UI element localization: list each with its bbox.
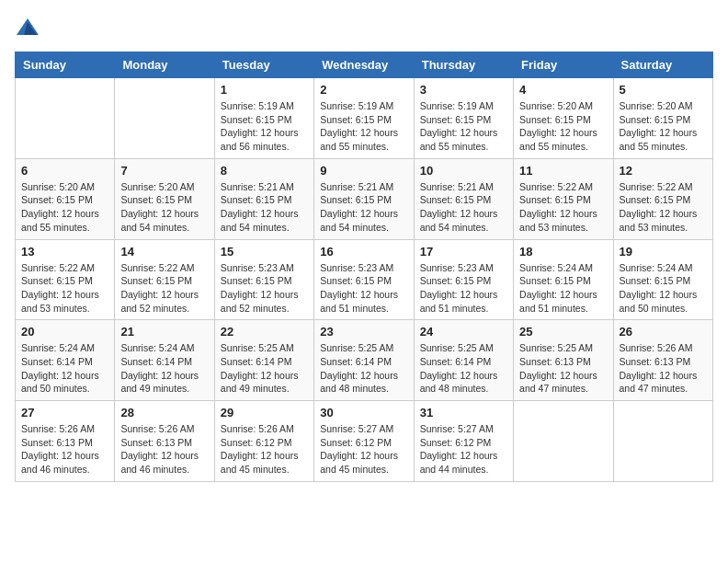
calendar-cell: 10Sunrise: 5:21 AM Sunset: 6:15 PM Dayli… <box>414 158 513 239</box>
day-info: Sunrise: 5:25 AM Sunset: 6:13 PM Dayligh… <box>519 341 607 396</box>
calendar-cell: 7Sunrise: 5:20 AM Sunset: 6:15 PM Daylig… <box>115 158 214 239</box>
weekday-header-row: SundayMondayTuesdayWednesdayThursdayFrid… <box>16 52 713 78</box>
calendar-cell: 17Sunrise: 5:23 AM Sunset: 6:15 PM Dayli… <box>414 239 513 320</box>
day-number: 30 <box>320 406 407 419</box>
calendar-cell: 11Sunrise: 5:22 AM Sunset: 6:15 PM Dayli… <box>514 158 613 239</box>
calendar-cell: 6Sunrise: 5:20 AM Sunset: 6:15 PM Daylig… <box>16 158 115 239</box>
day-info: Sunrise: 5:24 AM Sunset: 6:15 PM Dayligh… <box>519 261 607 316</box>
calendar-cell: 22Sunrise: 5:25 AM Sunset: 6:14 PM Dayli… <box>214 320 313 401</box>
day-info: Sunrise: 5:26 AM Sunset: 6:13 PM Dayligh… <box>21 422 108 477</box>
day-info: Sunrise: 5:26 AM Sunset: 6:12 PM Dayligh… <box>221 422 308 477</box>
day-info: Sunrise: 5:22 AM Sunset: 6:15 PM Dayligh… <box>120 261 208 316</box>
day-info: Sunrise: 5:25 AM Sunset: 6:14 PM Dayligh… <box>320 341 407 396</box>
day-info: Sunrise: 5:26 AM Sunset: 6:13 PM Dayligh… <box>620 341 707 396</box>
day-info: Sunrise: 5:24 AM Sunset: 6:14 PM Dayligh… <box>120 341 208 396</box>
calendar-cell <box>613 401 712 482</box>
calendar-cell: 18Sunrise: 5:24 AM Sunset: 6:15 PM Dayli… <box>514 239 613 320</box>
day-info: Sunrise: 5:20 AM Sunset: 6:15 PM Dayligh… <box>21 180 108 235</box>
day-number: 14 <box>120 245 208 259</box>
calendar-cell: 14Sunrise: 5:22 AM Sunset: 6:15 PM Dayli… <box>115 239 214 320</box>
day-info: Sunrise: 5:19 AM Sunset: 6:15 PM Dayligh… <box>221 99 308 154</box>
weekday-header-wednesday: Wednesday <box>314 52 414 78</box>
day-info: Sunrise: 5:24 AM Sunset: 6:15 PM Dayligh… <box>620 261 707 316</box>
day-info: Sunrise: 5:27 AM Sunset: 6:12 PM Dayligh… <box>320 422 407 477</box>
day-info: Sunrise: 5:25 AM Sunset: 6:14 PM Dayligh… <box>420 341 507 396</box>
calendar-cell: 19Sunrise: 5:24 AM Sunset: 6:15 PM Dayli… <box>613 239 712 320</box>
calendar-cell: 9Sunrise: 5:21 AM Sunset: 6:15 PM Daylig… <box>314 158 414 239</box>
calendar-cell <box>115 78 214 159</box>
day-info: Sunrise: 5:25 AM Sunset: 6:14 PM Dayligh… <box>221 341 308 396</box>
day-number: 28 <box>120 406 208 419</box>
day-number: 23 <box>320 325 407 339</box>
day-info: Sunrise: 5:20 AM Sunset: 6:15 PM Dayligh… <box>120 180 208 235</box>
calendar-cell: 13Sunrise: 5:22 AM Sunset: 6:15 PM Dayli… <box>16 239 115 320</box>
day-number: 20 <box>21 325 108 339</box>
day-info: Sunrise: 5:21 AM Sunset: 6:15 PM Dayligh… <box>320 180 407 235</box>
day-info: Sunrise: 5:20 AM Sunset: 6:15 PM Dayligh… <box>620 99 707 154</box>
day-info: Sunrise: 5:21 AM Sunset: 6:15 PM Dayligh… <box>420 180 507 235</box>
calendar-cell: 16Sunrise: 5:23 AM Sunset: 6:15 PM Dayli… <box>314 239 414 320</box>
calendar-week-3: 13Sunrise: 5:22 AM Sunset: 6:15 PM Dayli… <box>16 239 713 320</box>
calendar-cell: 25Sunrise: 5:25 AM Sunset: 6:13 PM Dayli… <box>514 320 613 401</box>
day-info: Sunrise: 5:23 AM Sunset: 6:15 PM Dayligh… <box>420 261 507 316</box>
logo <box>15 15 44 40</box>
day-number: 17 <box>420 245 507 259</box>
calendar-cell: 5Sunrise: 5:20 AM Sunset: 6:15 PM Daylig… <box>613 78 712 159</box>
day-number: 8 <box>221 164 308 178</box>
calendar-cell: 4Sunrise: 5:20 AM Sunset: 6:15 PM Daylig… <box>514 78 613 159</box>
calendar-cell: 2Sunrise: 5:19 AM Sunset: 6:15 PM Daylig… <box>314 78 414 159</box>
calendar-week-2: 6Sunrise: 5:20 AM Sunset: 6:15 PM Daylig… <box>16 158 713 239</box>
day-number: 22 <box>221 325 308 339</box>
calendar-week-4: 20Sunrise: 5:24 AM Sunset: 6:14 PM Dayli… <box>16 320 713 401</box>
day-info: Sunrise: 5:20 AM Sunset: 6:15 PM Dayligh… <box>519 99 607 154</box>
day-number: 16 <box>320 245 407 259</box>
calendar-cell: 21Sunrise: 5:24 AM Sunset: 6:14 PM Dayli… <box>115 320 214 401</box>
calendar-cell: 27Sunrise: 5:26 AM Sunset: 6:13 PM Dayli… <box>16 401 115 482</box>
day-info: Sunrise: 5:22 AM Sunset: 6:15 PM Dayligh… <box>519 180 607 235</box>
day-number: 4 <box>519 83 607 97</box>
day-number: 25 <box>519 325 607 339</box>
day-number: 13 <box>21 245 108 259</box>
calendar-cell: 15Sunrise: 5:23 AM Sunset: 6:15 PM Dayli… <box>214 239 313 320</box>
calendar-cell: 29Sunrise: 5:26 AM Sunset: 6:12 PM Dayli… <box>214 401 313 482</box>
day-number: 15 <box>221 245 308 259</box>
day-number: 21 <box>120 325 208 339</box>
day-number: 19 <box>620 245 707 259</box>
day-number: 26 <box>620 325 707 339</box>
calendar-cell: 31Sunrise: 5:27 AM Sunset: 6:12 PM Dayli… <box>414 401 513 482</box>
day-info: Sunrise: 5:22 AM Sunset: 6:15 PM Dayligh… <box>21 261 108 316</box>
calendar-cell: 20Sunrise: 5:24 AM Sunset: 6:14 PM Dayli… <box>16 320 115 401</box>
day-info: Sunrise: 5:23 AM Sunset: 6:15 PM Dayligh… <box>221 261 308 316</box>
calendar-week-1: 1Sunrise: 5:19 AM Sunset: 6:15 PM Daylig… <box>16 78 713 159</box>
day-number: 27 <box>21 406 108 419</box>
day-info: Sunrise: 5:24 AM Sunset: 6:14 PM Dayligh… <box>21 341 108 396</box>
weekday-header-tuesday: Tuesday <box>214 52 313 78</box>
calendar-cell <box>514 401 613 482</box>
weekday-header-sunday: Sunday <box>16 52 115 78</box>
day-number: 3 <box>420 83 507 97</box>
calendar-cell: 30Sunrise: 5:27 AM Sunset: 6:12 PM Dayli… <box>314 401 414 482</box>
weekday-header-friday: Friday <box>514 52 613 78</box>
weekday-header-thursday: Thursday <box>414 52 513 78</box>
calendar-cell: 26Sunrise: 5:26 AM Sunset: 6:13 PM Dayli… <box>613 320 712 401</box>
day-info: Sunrise: 5:22 AM Sunset: 6:15 PM Dayligh… <box>620 180 707 235</box>
logo-icon <box>15 15 40 40</box>
day-number: 12 <box>620 164 707 178</box>
calendar-cell: 8Sunrise: 5:21 AM Sunset: 6:15 PM Daylig… <box>214 158 313 239</box>
calendar-table: SundayMondayTuesdayWednesdayThursdayFrid… <box>15 52 713 482</box>
calendar-cell: 24Sunrise: 5:25 AM Sunset: 6:14 PM Dayli… <box>414 320 513 401</box>
day-number: 6 <box>21 164 108 178</box>
page-header <box>15 15 713 40</box>
day-info: Sunrise: 5:26 AM Sunset: 6:13 PM Dayligh… <box>120 422 208 477</box>
day-info: Sunrise: 5:23 AM Sunset: 6:15 PM Dayligh… <box>320 261 407 316</box>
day-number: 11 <box>519 164 607 178</box>
day-info: Sunrise: 5:19 AM Sunset: 6:15 PM Dayligh… <box>320 99 407 154</box>
weekday-header-saturday: Saturday <box>613 52 712 78</box>
day-number: 7 <box>120 164 208 178</box>
day-number: 2 <box>320 83 407 97</box>
day-info: Sunrise: 5:27 AM Sunset: 6:12 PM Dayligh… <box>420 422 507 477</box>
calendar-cell: 28Sunrise: 5:26 AM Sunset: 6:13 PM Dayli… <box>115 401 214 482</box>
calendar-cell: 1Sunrise: 5:19 AM Sunset: 6:15 PM Daylig… <box>214 78 313 159</box>
calendar-week-5: 27Sunrise: 5:26 AM Sunset: 6:13 PM Dayli… <box>16 401 713 482</box>
day-number: 9 <box>320 164 407 178</box>
